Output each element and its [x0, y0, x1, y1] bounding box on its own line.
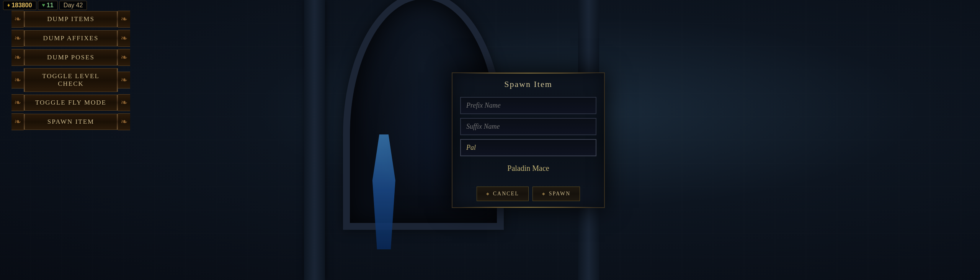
prefix-name-input[interactable] [460, 97, 596, 114]
modal-overlay: Spawn Item Paladin Mace CANCEL SPAWN [0, 0, 980, 280]
spawn-button[interactable]: SPAWN [532, 187, 580, 201]
suffix-name-input[interactable] [460, 118, 596, 135]
spawn-item-modal: Spawn Item Paladin Mace CANCEL SPAWN [452, 72, 605, 208]
cancel-button[interactable]: CANCEL [477, 187, 529, 201]
modal-buttons: CANCEL SPAWN [452, 185, 604, 207]
cancel-label: CANCEL [493, 191, 519, 197]
modal-body: Paladin Mace [452, 94, 604, 185]
spawn-label: SPAWN [549, 191, 571, 197]
item-result: Paladin Mace [460, 160, 596, 179]
item-search-input[interactable] [460, 139, 596, 156]
modal-title: Spawn Item [452, 73, 604, 94]
